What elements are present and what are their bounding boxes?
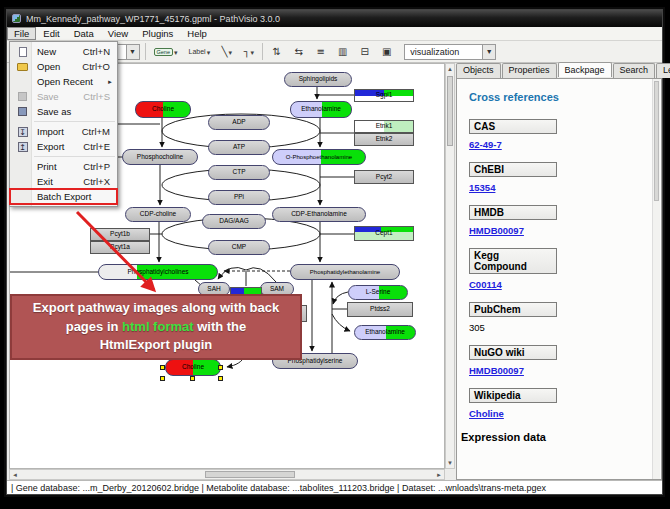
gene-node-pcyt1a[interactable]: Pcyt1a [90, 241, 150, 254]
chevron-down-icon[interactable] [482, 45, 495, 59]
node-choline-top[interactable]: Choline [135, 101, 191, 118]
align-vertical-center-button[interactable]: ⇅ [268, 43, 285, 60]
node-l-serine[interactable]: L-Serine [348, 285, 408, 300]
gene-node-etnk1[interactable]: Etnk1 [354, 120, 414, 133]
node-cdp-ethanolamine[interactable]: CDP-Ethanolamine [272, 207, 366, 222]
chevron-down-icon[interactable] [126, 45, 139, 59]
canvas-horizontal-scrollbar[interactable]: ◄ ► [9, 469, 445, 480]
connector-tool-button[interactable]: ┐ [240, 43, 257, 60]
menu-file[interactable]: File [7, 27, 36, 40]
node-cdp-choline[interactable]: CDP-choline [125, 207, 191, 222]
node-phosphatidylethanolamine[interactable]: Phosphatidylethanolamine [290, 264, 400, 280]
node-phosphatidylcholines[interactable]: Phosphatidylcholines [98, 264, 218, 280]
menu-item-exit[interactable]: Exit Ctrl+X [10, 174, 117, 189]
node-ppi[interactable]: PPi [208, 190, 270, 205]
xref-link[interactable]: 15354 [469, 182, 495, 193]
xref-link[interactable]: 62-49-7 [469, 139, 502, 150]
backpage-panel: Cross references CAS 62-49-7 ChEBI 15354… [456, 78, 662, 480]
tab-legend[interactable]: Legend [656, 63, 670, 78]
label-tool-button[interactable]: Label [186, 43, 214, 60]
canvas-vertical-scrollbar[interactable]: ▲ ▼ [445, 63, 455, 469]
common-size-button[interactable]: ⊟ [356, 43, 373, 60]
xref-link[interactable]: HMDB00097 [469, 365, 524, 376]
line-icon: ╲ [221, 46, 227, 57]
selection-handle[interactable] [218, 376, 223, 381]
xref-section-nugo: NuGO wiki HMDB00097 [469, 345, 661, 378]
xref-link[interactable]: HMDB00097 [469, 225, 524, 236]
menu-help[interactable]: Help [180, 27, 214, 40]
callout-line1: Export pathway images along with back [12, 299, 300, 318]
node-sphingolipids[interactable]: Sphingolipids [284, 72, 352, 87]
node-phosphocholine[interactable]: Phosphocholine [122, 149, 198, 165]
gene-node-pcyt1b[interactable]: Pcyt1b [90, 228, 150, 241]
visualization-value: visualization [405, 47, 482, 57]
selection-handle[interactable] [218, 365, 223, 370]
file-menu: New Ctrl+N Open Ctrl+O Open Recent Save … [9, 41, 118, 207]
visualization-combobox[interactable]: visualization [404, 44, 496, 60]
gene-node-pcyt2[interactable]: Pcyt2 [354, 170, 414, 184]
annotation-callout: Export pathway images along with back pa… [10, 294, 302, 360]
xref-section-chebi: ChEBI 15354 [469, 162, 661, 195]
node-dag-aag[interactable]: DAG/AAG [202, 214, 266, 229]
toolbar-separator [262, 43, 263, 60]
stack-vertical-button[interactable]: ≡ [312, 43, 329, 60]
node-atp[interactable]: ATP [208, 140, 270, 155]
xref-link[interactable]: Choline [469, 408, 504, 419]
status-text: | Gene database: ...m_Derby_20120602.bri… [11, 483, 546, 493]
node-ethanolamine-bottom[interactable]: Ethanolamine [354, 325, 416, 340]
menu-item-open-recent[interactable]: Open Recent [10, 74, 117, 89]
scroll-down-icon[interactable]: ▼ [446, 458, 454, 468]
status-bar: | Gene database: ...m_Derby_20120602.bri… [7, 480, 662, 494]
xref-header: PubChem [469, 302, 557, 317]
xref-header: Kegg Compound [469, 248, 557, 274]
node-adp[interactable]: ADP [208, 115, 270, 130]
xref-value: 305 [469, 322, 485, 333]
align-horizontal-center-button[interactable]: ⇆ [290, 43, 307, 60]
menu-data[interactable]: Data [67, 27, 101, 40]
selection-handle[interactable] [160, 365, 165, 370]
xref-header: CAS [469, 119, 557, 134]
scroll-up-icon[interactable]: ▲ [446, 64, 454, 74]
menu-item-new[interactable]: New Ctrl+N [10, 44, 117, 59]
scrollbar-thumb[interactable] [654, 81, 659, 201]
tab-objects[interactable]: Objects [456, 63, 501, 78]
menu-view[interactable]: View [101, 27, 135, 40]
tab-properties[interactable]: Properties [502, 63, 557, 78]
menu-plugins[interactable]: Plugins [135, 27, 180, 40]
gene-node-ptdss2[interactable]: Ptdss2 [347, 302, 413, 317]
selection-handle[interactable] [190, 376, 195, 381]
open-folder-icon [14, 63, 31, 71]
tab-backpage[interactable]: Backpage [558, 62, 612, 77]
scroll-right-icon[interactable]: ► [434, 470, 444, 479]
gene-node-etnk2[interactable]: Etnk2 [354, 133, 414, 146]
tab-search[interactable]: Search [613, 63, 656, 78]
node-choline-selected[interactable]: Choline [165, 359, 221, 376]
panel-scrollbar[interactable] [652, 79, 660, 479]
gene-node-cept1[interactable]: Cept1 [354, 226, 414, 241]
menu-item-export[interactable]: Export Ctrl+E [10, 139, 117, 154]
node-cmp[interactable]: CMP [208, 240, 270, 255]
node-o-phosphoethanolamine[interactable]: O-Phosphoethanolamine [272, 149, 366, 165]
scroll-left-icon[interactable]: ◄ [10, 470, 20, 479]
selection-handle[interactable] [160, 376, 165, 381]
line-tool-button[interactable]: ╲ [218, 43, 235, 60]
scrollbar-thumb[interactable] [447, 76, 453, 146]
gene-node-sgpl1[interactable]: Sgpl1 [354, 89, 414, 102]
stack-horizontal-icon: ▥ [338, 46, 347, 57]
xref-header: NuGO wiki [469, 345, 557, 360]
menu-edit[interactable]: Edit [36, 27, 66, 40]
selection-button[interactable]: ▣ [378, 43, 395, 60]
gene-node-tool-button[interactable]: Gene [151, 43, 181, 60]
scrollbar-thumb[interactable] [205, 471, 295, 478]
menu-item-save-as[interactable]: Save as [10, 104, 117, 119]
stack-horizontal-button[interactable]: ▥ [334, 43, 351, 60]
xref-link[interactable]: C00114 [469, 279, 502, 290]
node-ethanolamine-top[interactable]: Ethanolamine [290, 101, 352, 118]
node-ctp[interactable]: CTP [208, 165, 270, 180]
menu-item-print[interactable]: Print Ctrl+P [10, 159, 117, 174]
save-icon [14, 92, 31, 101]
menu-item-import[interactable]: Import Ctrl+M [10, 124, 117, 139]
menu-item-open[interactable]: Open Ctrl+O [10, 59, 117, 74]
menu-item-batch-export[interactable]: Batch Export [10, 189, 117, 204]
common-size-icon: ⊟ [360, 46, 368, 57]
